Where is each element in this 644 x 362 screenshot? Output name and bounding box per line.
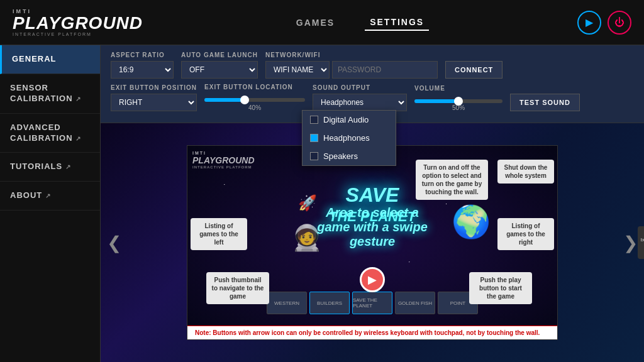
volume-slider-container: 50%	[414, 94, 502, 111]
game-preview-inner: IMTI PLAYGROUND INTERACTIVE PLATFORM SAV…	[187, 145, 558, 340]
exit-position-label: EXIT BUTTON POSITION	[111, 84, 197, 91]
watermark-imti: IMTI	[192, 151, 255, 155]
auto-game-launch-group: AUTO GAME LAUNCH OFF	[181, 52, 258, 79]
sidebar-item-advanced-calibration[interactable]: ADVANCEDCALIBRATION ↗	[0, 114, 100, 153]
nav-center: GAMES SETTINGS	[291, 14, 429, 31]
nav-icons: ▶ ⏻	[577, 11, 631, 35]
play-icon: ▶	[586, 16, 593, 28]
top-navigation: IMTI PLAYGROUND INTERACTIVE PLATFORM GAM…	[0, 0, 644, 45]
sidebar: GENERAL SENSORCALIBRATION ↗ ADVANCEDCALI…	[0, 45, 101, 362]
exit-location-group: EXIT BUTTON LOCATION 40%	[204, 84, 305, 111]
auto-game-launch-label: AUTO GAME LAUNCH	[181, 52, 258, 58]
exit-hint: exit button in the game	[638, 226, 644, 259]
thumb-golden-fish-label: GOLDEN FISH	[398, 300, 432, 306]
exit-position-select[interactable]: RIGHT	[111, 94, 197, 111]
power-icon-button[interactable]: ⏻	[608, 11, 631, 35]
volume-slider[interactable]	[414, 99, 502, 103]
thumb-point-label: POINT	[450, 300, 465, 306]
sidebar-item-tutorials[interactable]: TUTORIALS ↗	[0, 153, 100, 182]
play-icon-button[interactable]: ▶	[577, 11, 601, 35]
sound-output-group: SOUND OUTPUT Headphones	[313, 84, 407, 111]
logo-sub: INTERACTIVE PLATFORM	[13, 32, 143, 36]
volume-group: VOLUME 50%	[414, 85, 502, 111]
swipe-area-label: Area to select a game with a swipe gestu…	[309, 206, 435, 249]
headphones-label: Headphones	[323, 133, 370, 143]
dropdown-option-speakers[interactable]: Speakers	[303, 147, 396, 165]
note-bar: Note: Buttons with arrow icon can only b…	[187, 326, 557, 339]
connect-group: CONNECT	[445, 61, 502, 79]
note-text: Note: Buttons with arrow icon can only b…	[195, 329, 540, 336]
dropdown-option-digital-audio[interactable]: Digital Audio	[303, 111, 396, 129]
thumb-western[interactable]: WESTERN	[267, 292, 307, 314]
password-input[interactable]	[332, 61, 438, 79]
settings-row-2: EXIT BUTTON POSITION RIGHT EXIT BUTTON L…	[111, 84, 634, 111]
digital-audio-checkbox[interactable]	[310, 116, 318, 124]
main-layout: GENERAL SENSORCALIBRATION ↗ ADVANCEDCALI…	[0, 45, 644, 362]
nav-games[interactable]: GAMES	[291, 15, 340, 30]
test-sound-button[interactable]: TEST SOUND	[510, 94, 580, 111]
wifi-select[interactable]: WIFI NAME	[265, 61, 330, 79]
digital-audio-label: Digital Audio	[323, 115, 369, 124]
thumb-save-planet[interactable]: SAVE THE PLANET	[352, 292, 392, 314]
test-sound-group: TEST SOUND	[510, 94, 580, 111]
aspect-ratio-label: ASPECT RATIO	[111, 52, 174, 58]
headphones-checkbox[interactable]	[310, 134, 318, 142]
tooltip-listing-left: Listing of games to the left	[191, 218, 247, 250]
watermark-main: PLAYGROUND	[192, 155, 255, 165]
tooltip-calibration: Turn on and off the option to select and…	[416, 160, 488, 200]
network-wifi-label: NETWORK/WIFI	[265, 52, 438, 58]
auto-game-launch-select[interactable]: OFF	[181, 61, 258, 79]
content-area: ASPECT RATIO 16:9 AUTO GAME LAUNCH OFF N…	[101, 45, 644, 362]
sidebar-item-about[interactable]: ABOUT ↗	[0, 182, 100, 211]
sound-output-label: SOUND OUTPUT	[313, 84, 407, 91]
tooltip-listing-right: Listing of games to the right	[497, 218, 554, 250]
planet-decoration: 🌍	[452, 204, 491, 240]
dropdown-option-headphones[interactable]: Headphones	[303, 129, 396, 147]
sidebar-item-sensor-calibration[interactable]: SENSORCALIBRATION ↗	[0, 74, 100, 114]
watermark-sub: INTERACTIVE PLATFORM	[192, 165, 255, 169]
exit-location-pct: 40%	[204, 104, 305, 111]
preview-watermark: IMTI PLAYGROUND INTERACTIVE PLATFORM	[192, 151, 255, 169]
sound-output-dropdown: Digital Audio Headphones Speakers	[302, 110, 396, 166]
aspect-ratio-select[interactable]: 16:9	[111, 61, 174, 79]
tooltip-shutdown: Shut down the whole system	[497, 160, 554, 184]
thumb-save-planet-label: SAVE THE PLANET	[353, 297, 392, 309]
volume-label: VOLUME	[414, 85, 502, 92]
logo-playground: PLAYGROUND	[13, 14, 143, 32]
power-icon: ⏻	[614, 17, 625, 28]
settings-row-1: ASPECT RATIO 16:9 AUTO GAME LAUNCH OFF N…	[111, 52, 634, 79]
nav-settings[interactable]: SETTINGS	[365, 14, 429, 31]
logo: IMTI PLAYGROUND INTERACTIVE PLATFORM	[13, 8, 143, 36]
thumb-builders[interactable]: BUILDERS	[309, 292, 350, 314]
thumb-builders-label: BUILDERS	[317, 300, 342, 306]
speakers-label: Speakers	[323, 151, 358, 161]
aspect-ratio-group: ASPECT RATIO 16:9	[111, 52, 174, 79]
exit-location-label: EXIT BUTTON LOCATION	[204, 84, 305, 90]
play-button[interactable]: ▶	[360, 267, 385, 292]
connect-button[interactable]: CONNECT	[445, 61, 502, 79]
tooltip-play: Push the play button to start the game	[469, 272, 532, 304]
thumb-golden-fish[interactable]: GOLDEN FISH	[395, 292, 435, 314]
sidebar-item-general[interactable]: GENERAL	[0, 45, 100, 74]
exit-position-group: EXIT BUTTON POSITION RIGHT	[111, 84, 197, 111]
thumb-western-label: WESTERN	[274, 300, 299, 306]
sound-output-select[interactable]: Headphones	[313, 94, 407, 111]
speakers-checkbox[interactable]	[310, 152, 318, 160]
exit-location-slider[interactable]	[204, 98, 305, 102]
tooltip-thumbnail: Push thumbnail to navigate to the game	[206, 272, 269, 304]
navigate-left-arrow[interactable]: ❮	[101, 226, 128, 260]
game-title: SAVE	[346, 184, 399, 207]
network-wifi-group: NETWORK/WIFI WIFI NAME	[265, 52, 438, 79]
